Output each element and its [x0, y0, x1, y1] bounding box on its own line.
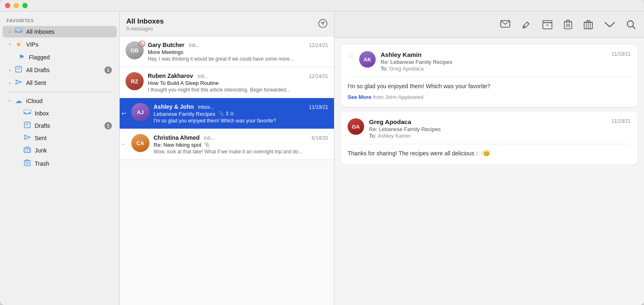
junk-icon[interactable]	[584, 20, 593, 29]
subject-ruben: How To Build A Sleep Routine	[148, 80, 328, 86]
message-items: GB 🚫 Gary Butcher Inb... 12/14/21 More M…	[120, 36, 334, 305]
new-message-icon[interactable]	[500, 20, 510, 29]
sender-ashley-john: Ashley & John	[154, 103, 194, 110]
sidebar-item-flagged[interactable]: ⚑ Flagged	[2, 51, 117, 63]
sidebar-item-drafts-label: Drafts	[35, 122, 101, 129]
svg-line-44	[633, 26, 636, 29]
avatar-wrap-gary: GB 🚫	[125, 41, 144, 62]
icloud-drafts-badge: 1	[104, 122, 112, 129]
inbox-icon	[23, 110, 31, 117]
favorites-label: Favorites	[0, 18, 119, 26]
email-subject-ashley: Re: Lebanese Family Recipes	[381, 59, 606, 65]
star-button[interactable]: ☆	[348, 51, 354, 60]
more-icon[interactable]	[604, 22, 615, 28]
delete-icon[interactable]	[564, 20, 572, 29]
avatar-wrap-christina: CA	[131, 134, 149, 155]
sidebar-item-drafts[interactable]: Drafts 1	[8, 120, 117, 132]
mailbox-christina: Inb...	[204, 135, 215, 141]
preview-christina: Wow, look at that lake! What if we make …	[154, 149, 328, 155]
date-christina: 6/18/20	[312, 135, 328, 141]
sent-icon	[23, 134, 31, 142]
avatar-wrap-ruben: RZ	[125, 72, 144, 93]
see-more-link[interactable]: See More	[348, 94, 372, 100]
date-ruben: 12/14/21	[309, 73, 328, 79]
email-subject-greg: Re: Lebanese Family Recipes	[369, 126, 606, 132]
sidebar-item-junk[interactable]: Junk	[8, 144, 117, 157]
sent-icon	[14, 79, 23, 87]
sidebar-item-icloud[interactable]: › ☁ iCloud	[2, 95, 117, 107]
see-more-from: from John Appleseed	[373, 94, 423, 100]
star-icon: ★	[14, 40, 23, 48]
email-to-ashley: To: Greg Apodaca	[381, 66, 606, 72]
message-item-ashley-john[interactable]: ↩ AJ Ashley & John Inbox... 11/19/21	[120, 98, 334, 129]
sidebar-item-vips-label: VIPs	[26, 41, 112, 48]
message-item-gary[interactable]: GB 🚫 Gary Butcher Inb... 12/14/21 More M…	[120, 36, 334, 67]
archive-icon[interactable]	[542, 20, 552, 29]
subject-gary: More Meetings	[148, 49, 328, 55]
chevron-icon: ›	[9, 81, 10, 85]
close-button[interactable]	[5, 3, 10, 8]
svg-rect-28	[543, 23, 552, 29]
maximize-button[interactable]	[22, 3, 28, 8]
email-sender-greg: Greg Apodaca	[369, 118, 606, 125]
svg-rect-0	[15, 28, 22, 32]
sidebar-item-all-inboxes-label: All Inboxes	[26, 28, 112, 35]
sidebar-item-inbox[interactable]: Inbox	[8, 108, 117, 119]
avatar-greg-apodaca: GA	[348, 118, 364, 135]
drafts-badge: 1	[104, 66, 112, 74]
sidebar-item-trash[interactable]: Trash	[8, 157, 117, 170]
trash-icon	[23, 159, 31, 168]
preview-ruben: I thought you might find this article in…	[148, 87, 328, 93]
sender-ruben: Ruben Zakharov	[148, 73, 193, 79]
sidebar-item-vips[interactable]: › ★ VIPs	[2, 38, 117, 50]
sidebar-item-all-sent[interactable]: › All Sent	[2, 77, 117, 89]
filter-icon[interactable]	[318, 19, 327, 30]
toolbar	[334, 12, 644, 38]
email-divider	[348, 77, 631, 77]
sidebar-item-icloud-label: iCloud	[26, 98, 112, 104]
sidebar-item-inbox-label: Inbox	[35, 110, 112, 117]
message-body-ruben: Ruben Zakharov Inb... 12/14/21 How To Bu…	[148, 72, 328, 93]
sidebar-item-flagged-label: Flagged	[29, 54, 112, 61]
block-icon: 🚫	[138, 40, 145, 47]
see-more-row: See More from John Appleseed	[348, 94, 631, 100]
draft-icon	[14, 66, 23, 74]
email-divider	[348, 144, 631, 144]
search-icon[interactable]	[627, 20, 636, 29]
mailbox-ruben: Inb...	[197, 73, 208, 79]
svg-rect-15	[26, 160, 28, 161]
preview-gary: Hey, I was thinking it would be great if…	[148, 56, 328, 62]
message-list: All Inboxes 9 messages GB	[120, 12, 334, 305]
svg-point-43	[627, 21, 634, 27]
email-to-greg: To: Ashley Kamin	[369, 133, 606, 139]
minimize-button[interactable]	[14, 3, 19, 8]
chevron-down-icon: ›	[7, 100, 12, 101]
title-bar	[0, 0, 644, 12]
attachment-icons: 📎 3 ⊙	[218, 111, 234, 117]
svg-rect-12	[26, 147, 29, 148]
message-item-christina[interactable]: ↩ CA Christina Ahmed Inb... 6/18/20	[120, 129, 334, 160]
email-date-greg: 11/19/21	[611, 118, 631, 124]
preview-ashley-john: I'm so glad you enjoyed them! Which was …	[154, 118, 328, 124]
reply-icon: ↩	[121, 141, 126, 148]
svg-rect-38	[587, 21, 590, 22]
sidebar-item-sent-label: Sent	[35, 135, 112, 141]
message-body-christina: Christina Ahmed Inb... 6/18/20 Re: New h…	[154, 134, 328, 155]
sidebar-divider	[7, 92, 113, 92]
sidebar-item-all-drafts[interactable]: › All Drafts 1	[2, 64, 117, 76]
chevron-icon: ›	[9, 42, 10, 47]
sidebar-item-sent[interactable]: Sent	[8, 132, 117, 144]
avatar-ashley-john: AJ	[131, 103, 149, 121]
list-count: 9 messages	[126, 26, 164, 32]
list-title: All Inboxes	[126, 17, 164, 26]
svg-line-24	[527, 22, 529, 24]
message-item-ruben[interactable]: RZ Ruben Zakharov Inb... 12/14/21 How To…	[120, 67, 334, 98]
sidebar-item-trash-label: Trash	[35, 160, 112, 167]
flag-icon: ⚑	[17, 53, 26, 61]
avatar-ashley-kamin: AK	[359, 51, 376, 68]
compose-icon[interactable]	[522, 20, 531, 29]
sidebar-item-all-inboxes[interactable]: › All Inboxes	[2, 26, 117, 38]
email-sender-ashley: Ashley Kamin	[381, 51, 606, 58]
chevron-icon: ›	[9, 30, 10, 34]
svg-rect-4	[24, 110, 31, 114]
